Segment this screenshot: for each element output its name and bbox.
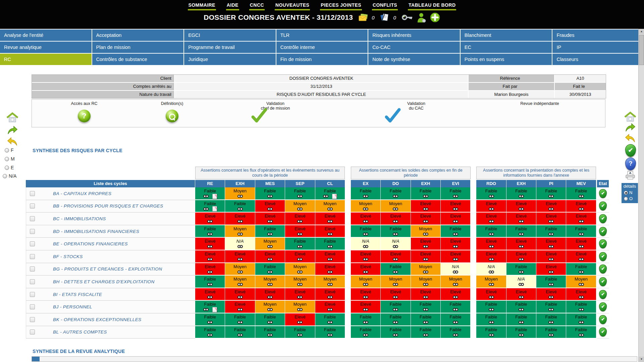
link-icon[interactable]: [363, 220, 368, 223]
nav-cell[interactable]: Note de synthèse: [368, 54, 460, 65]
menu-item-conflits[interactable]: CONFLITS: [372, 2, 398, 10]
cycle-link[interactable]: BF - STOCKS: [53, 254, 83, 259]
menu-item-sommaire[interactable]: SOMMAIRE: [188, 2, 216, 10]
link-icon[interactable]: [363, 245, 368, 248]
nav-cell[interactable]: Revue analytique: [0, 42, 92, 53]
row-checkbox[interactable]: [30, 254, 35, 259]
link-icon[interactable]: [579, 258, 584, 261]
link-icon[interactable]: [203, 195, 209, 198]
nav-cell[interactable]: Co-CAC: [368, 42, 460, 53]
horizontal-scrollbar-thumb[interactable]: [32, 357, 40, 361]
cycle-link[interactable]: BD - IMMOBILISATIONS FINANCIERES: [53, 229, 139, 234]
nav-cell[interactable]: EC: [461, 42, 552, 53]
link-icon[interactable]: [423, 283, 428, 286]
cycle-link[interactable]: BC - IMMOBILISATIONS: [53, 216, 106, 221]
link-icon[interactable]: [579, 195, 584, 198]
undo-arrow-icon[interactable]: [7, 137, 18, 148]
details-radio-n[interactable]: [624, 191, 628, 195]
cycle-link[interactable]: BA - CAPITAUX PROPRES: [53, 191, 111, 196]
redo-arrow-icon[interactable]: [7, 125, 18, 137]
link-icon[interactable]: [237, 321, 243, 324]
link-icon[interactable]: [393, 258, 398, 261]
link-icon[interactable]: [237, 220, 243, 223]
link-icon[interactable]: [267, 296, 273, 299]
link-icon[interactable]: [548, 245, 554, 248]
link-icon[interactable]: [207, 296, 213, 299]
home-icon[interactable]: [624, 111, 637, 124]
link-icon[interactable]: [237, 334, 243, 337]
row-checkbox[interactable]: [30, 203, 35, 208]
undo-arrow-icon[interactable]: [625, 133, 636, 145]
link-icon[interactable]: [519, 258, 524, 261]
link-icon[interactable]: [267, 283, 273, 286]
note-icon[interactable]: [212, 307, 217, 312]
link-icon[interactable]: [207, 245, 213, 248]
link-icon[interactable]: [453, 233, 458, 236]
nav-cell[interactable]: Fin de mission: [276, 54, 368, 65]
note-icon[interactable]: [212, 206, 217, 212]
link-icon[interactable]: [363, 321, 368, 324]
link-icon[interactable]: [548, 270, 554, 274]
nav-cell[interactable]: Programme de travail: [184, 42, 276, 53]
link-icon[interactable]: [423, 334, 428, 337]
mail-icon[interactable]: [358, 14, 368, 21]
link-icon[interactable]: [489, 270, 494, 274]
menu-item-pieces-jointes[interactable]: PIECES JOINTES: [320, 2, 362, 10]
nav-cell[interactable]: Blanchiment: [461, 29, 552, 41]
row-checkbox[interactable]: [30, 216, 35, 221]
link-icon[interactable]: [453, 283, 458, 286]
link-icon[interactable]: [297, 334, 303, 337]
link-icon[interactable]: [237, 258, 243, 261]
link-icon[interactable]: [579, 296, 584, 299]
link-icon[interactable]: [423, 195, 428, 198]
link-icon[interactable]: [393, 296, 398, 299]
cycle-link[interactable]: BH - DETTES ET CHARGES D'EXPLOITATION: [53, 279, 155, 284]
link-icon[interactable]: [297, 245, 303, 248]
link-icon[interactable]: [548, 283, 554, 286]
link-icon[interactable]: [393, 321, 398, 324]
nav-cell[interactable]: EGCI: [184, 29, 276, 41]
definitions-search-icon[interactable]: [166, 110, 178, 122]
link-icon[interactable]: [548, 308, 554, 311]
help-shield-icon[interactable]: ?: [625, 158, 636, 170]
link-icon[interactable]: [423, 233, 428, 236]
link-icon[interactable]: [453, 258, 458, 261]
link-icon[interactable]: [237, 207, 243, 210]
link-icon[interactable]: [423, 321, 428, 324]
link-icon[interactable]: [393, 270, 398, 274]
nav-cell[interactable]: Plan de mission: [92, 42, 184, 53]
link-icon[interactable]: [363, 270, 368, 274]
link-icon[interactable]: [207, 321, 213, 324]
link-icon[interactable]: [548, 233, 554, 236]
redo-arrow-icon[interactable]: [625, 123, 636, 134]
link-icon[interactable]: [548, 296, 554, 299]
link-icon[interactable]: [489, 283, 494, 286]
link-icon[interactable]: [363, 283, 368, 286]
link-icon[interactable]: [393, 245, 398, 248]
link-icon[interactable]: [393, 233, 398, 236]
link-icon[interactable]: [579, 270, 584, 274]
link-icon[interactable]: [363, 207, 368, 210]
link-icon[interactable]: [423, 245, 428, 248]
link-icon[interactable]: [519, 207, 524, 210]
link-icon[interactable]: [363, 334, 368, 337]
link-icon[interactable]: [579, 283, 584, 286]
link-icon[interactable]: [519, 321, 524, 324]
link-icon[interactable]: [423, 270, 428, 274]
link-icon[interactable]: [207, 220, 213, 223]
link-icon[interactable]: [519, 308, 524, 311]
details-radio-o[interactable]: [624, 197, 628, 201]
link-icon[interactable]: [297, 195, 303, 198]
link-icon[interactable]: [327, 233, 333, 236]
user-icon[interactable]: [417, 12, 426, 22]
link-icon[interactable]: [237, 233, 243, 236]
link-icon[interactable]: [579, 308, 584, 311]
home-icon[interactable]: [6, 112, 19, 125]
link-icon[interactable]: [237, 245, 243, 248]
link-icon[interactable]: [393, 308, 398, 311]
link-icon[interactable]: [203, 207, 209, 210]
link-icon[interactable]: [519, 296, 524, 299]
link-icon[interactable]: [423, 207, 428, 210]
link-icon[interactable]: [237, 270, 243, 274]
link-icon[interactable]: [237, 283, 243, 286]
